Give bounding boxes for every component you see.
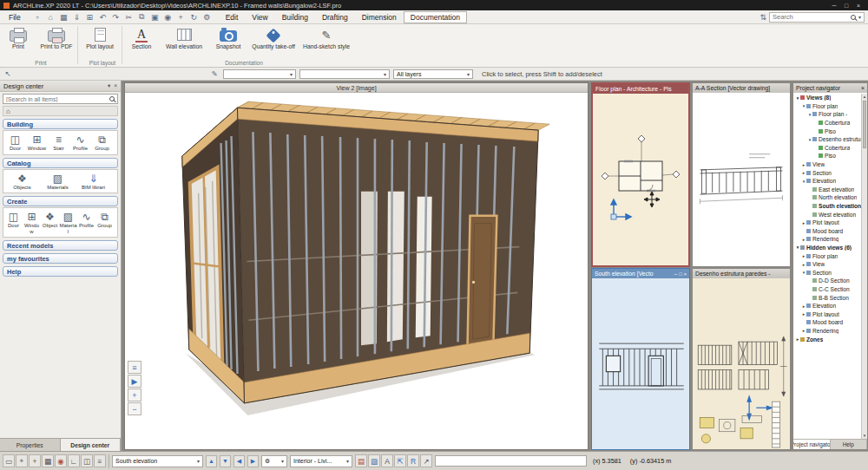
design-center-search[interactable]	[3, 94, 118, 104]
tree-item[interactable]: Mood board	[793, 318, 861, 327]
section-recent-models[interactable]: Recent models	[3, 240, 118, 251]
menu-item[interactable]: Edit	[219, 11, 246, 23]
tree-item[interactable]: Piso	[793, 127, 861, 135]
prev-view-button[interactable]: ▲	[206, 455, 217, 467]
panel-maximize-icon[interactable]: □	[679, 271, 681, 277]
tool-options-combo[interactable]: ⚙ ▾	[261, 455, 287, 467]
property-combo[interactable]: ▾	[299, 69, 390, 79]
menu-item[interactable]: View	[245, 11, 274, 23]
structure-drawing-window[interactable]: Desenho estrutura paredes -	[692, 268, 791, 450]
viewport-3d[interactable]: View 2 [Image]	[124, 82, 589, 450]
wall-elevation-button[interactable]: Wall elevation	[160, 26, 208, 49]
command-input[interactable]	[435, 455, 587, 467]
new-file-icon[interactable]: ▫	[31, 13, 44, 22]
save-icon[interactable]: ▦	[57, 13, 70, 22]
tree-item[interactable]: ▸ Plot layout	[793, 310, 861, 318]
tree-item[interactable]: D-D Section	[793, 277, 861, 285]
project-navigator-header[interactable]: Project navigator ×	[793, 83, 867, 93]
refresh-icon[interactable]: ↻	[187, 13, 201, 22]
select-mode-icon[interactable]: ▭	[3, 454, 15, 467]
profile-tool[interactable]: ∿ Profile	[69, 134, 91, 152]
next-item-button[interactable]: ▶	[247, 455, 259, 467]
scrollbar-thumb[interactable]	[863, 101, 866, 148]
tree-item[interactable]: ▸ Section	[793, 168, 861, 177]
tree-item[interactable]: ▾ Floor plan	[793, 102, 861, 111]
tree-item[interactable]: East elevation	[793, 186, 861, 194]
section-catalog[interactable]: Catalog	[3, 158, 118, 168]
menu-item[interactable]: Building	[275, 11, 315, 23]
import-icon[interactable]: ⇓	[70, 13, 83, 22]
create-door[interactable]: ◫ Door	[4, 211, 23, 234]
tree-item[interactable]: Mood board	[793, 227, 861, 236]
tree-item[interactable]: B-B Section	[793, 293, 861, 302]
tree-item[interactable]: C-C Section	[793, 285, 861, 294]
group-tool[interactable]: ⧉ Group	[91, 134, 113, 152]
panel-close-icon[interactable]: ×	[684, 271, 687, 277]
search-dropdown-icon[interactable]: ▾	[858, 14, 861, 20]
section-button[interactable]: A Section	[123, 26, 160, 49]
tree-item[interactable]: ▸ Rendering	[793, 327, 861, 336]
paint-icon[interactable]: ▨	[368, 454, 380, 467]
plot-layout-button[interactable]: Plot layout	[79, 26, 121, 49]
print-to-pdf-button[interactable]: Print to PDF	[36, 26, 76, 49]
door-tool[interactable]: ◫ Door	[4, 134, 26, 152]
pin-icon[interactable]: ▾	[108, 82, 110, 89]
tree-item[interactable]: Cobertura	[793, 119, 861, 127]
scroll-up-icon[interactable]: ▲	[862, 94, 867, 100]
back-icon[interactable]: ↖	[3, 69, 13, 78]
home-icon[interactable]: ⌂	[6, 108, 10, 115]
section-window[interactable]: A-A Section [Vector drawing]	[692, 82, 791, 267]
print-icon[interactable]: ⊞	[83, 13, 96, 22]
menu-item[interactable]: Documentation	[404, 11, 467, 23]
create-window[interactable]: ⊞ Window	[23, 211, 41, 234]
layers-icon[interactable]: ◫	[81, 454, 93, 467]
scroll-down-icon[interactable]: ▼	[862, 433, 867, 439]
create-profile[interactable]: ∿ Profile	[77, 211, 95, 234]
paste-icon[interactable]: ▣	[148, 13, 161, 22]
create-material[interactable]: ▨ Material	[59, 211, 77, 234]
search-box[interactable]: ▾	[769, 12, 865, 23]
section-building[interactable]: Building	[3, 119, 118, 129]
pan-icon[interactable]: +	[174, 13, 187, 22]
cut-icon[interactable]: ✂	[122, 13, 135, 22]
tree-item[interactable]: ▾ Floor plan -	[793, 110, 861, 119]
fullscreen-icon[interactable]: ↗	[420, 454, 432, 467]
tree-item[interactable]: South elevation	[793, 202, 861, 211]
tree-item[interactable]: West elevation	[793, 210, 861, 219]
active-view-combo[interactable]: South elevation ▾	[112, 455, 203, 467]
tree-item[interactable]: ▸ Elevation	[793, 302, 861, 310]
tree-item[interactable]: ▾ Views (8)	[793, 94, 861, 102]
bim-libraries-item[interactable]: ⇓ BIM librari	[76, 173, 111, 191]
tree-item[interactable]: ▾ Hidden views (6)	[793, 244, 861, 252]
snapshot-button[interactable]: Snapshot	[208, 26, 248, 49]
window-list-icon[interactable]: ⇅	[760, 13, 766, 22]
axis-icon[interactable]: ⇱	[394, 454, 406, 467]
menu-item[interactable]: Drafting	[315, 11, 355, 23]
south-elevation-window-title[interactable]: South elevation [Vecto ─ □ ×	[592, 269, 689, 278]
copy-icon[interactable]: ⧉	[135, 12, 148, 22]
create-object[interactable]: ❖ Object	[41, 211, 59, 234]
minimize-button[interactable]: ─	[828, 3, 840, 9]
redo-icon[interactable]: ↷	[109, 13, 122, 22]
menu-item[interactable]: Dimension	[355, 11, 404, 23]
materials-item[interactable]: ▨ Materials	[40, 173, 76, 191]
prev-item-button[interactable]: ◀	[233, 455, 245, 467]
tree-item[interactable]: ▸ Floor plan	[793, 251, 861, 260]
floor-plan-window[interactable]: Floor plan - Architecture - Pis	[591, 82, 690, 267]
tree-item[interactable]: ▸ Zones	[793, 335, 861, 343]
objects-item[interactable]: ❖ Objects	[4, 173, 40, 191]
view-menu-button[interactable]: ≡	[128, 361, 141, 374]
tree-item[interactable]: ▸ View	[793, 160, 861, 169]
design-center-header[interactable]: Design center ▾ ×	[0, 81, 121, 92]
search-icon[interactable]	[851, 15, 856, 20]
print-button[interactable]: Print	[0, 26, 36, 49]
zoom-icon[interactable]: ◉	[161, 13, 174, 22]
style-combo[interactable]: ▾	[223, 69, 296, 79]
south-elevation-window[interactable]: South elevation [Vecto ─ □ ×	[591, 268, 690, 450]
search-icon[interactable]	[109, 96, 115, 101]
tree-item[interactable]: Cobertura	[793, 144, 861, 153]
interior-style-combo[interactable]: Interior - Livi... ▾	[290, 455, 352, 467]
section-window-title[interactable]: A-A Section [Vector drawing]	[693, 83, 790, 93]
material-icon[interactable]: ▤	[355, 454, 367, 467]
reference-icon[interactable]: R	[407, 454, 419, 467]
